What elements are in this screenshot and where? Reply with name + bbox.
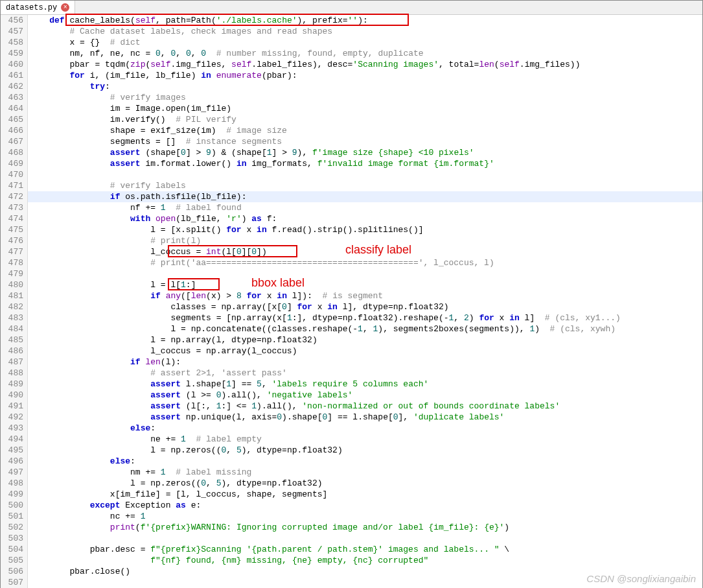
code-line[interactable]: else: [28,423,702,434]
code-line[interactable]: if os.path.isfile(lb_file): [28,191,702,202]
code-line[interactable] [28,268,702,279]
line-number: 471 [1,180,27,191]
line-number: 475 [1,224,27,235]
line-number: 464 [1,103,27,114]
line-number: 497 [1,467,27,478]
code-line[interactable]: except Exception as e: [28,500,702,511]
line-number: 462 [1,81,27,92]
line-number: 486 [1,346,27,357]
line-number: 495 [1,445,27,456]
code-line[interactable]: nm, nf, ne, nc = 0, 0, 0, 0 # number mis… [28,48,702,59]
line-number: 487 [1,357,27,368]
code-area[interactable]: classify label bbox label def cache_labe… [28,15,702,588]
code-line[interactable]: x[im_file] = [l, l_coccus, shape, segmen… [28,489,702,500]
code-line[interactable]: assert (shape[0] > 9) & (shape[1] > 9), … [28,147,702,158]
code-line[interactable]: # Cache dataset labels, check images and… [28,26,702,37]
tab-label: datasets.py [6,3,57,12]
code-line[interactable]: l = np.zeros((0, 5), dtype=np.float32) [28,478,702,489]
code-line[interactable]: f"{nf} found, {nm} missing, {ne} empty, … [28,555,702,566]
code-line[interactable]: ne += 1 # label empty [28,434,702,445]
code-line[interactable]: nc += 1 [28,511,702,522]
line-number: 470 [1,169,27,180]
line-number: 479 [1,268,27,279]
code-line[interactable] [28,533,702,544]
code-line[interactable]: l = np.array(l, dtype=np.float32) [28,335,702,346]
code-line[interactable] [28,169,702,180]
line-number-gutter: 4564574584594604614624634644654664674684… [1,15,28,588]
code-line[interactable]: segments = [] # instance segments [28,136,702,147]
code-line[interactable]: if len(l): [28,357,702,368]
watermark: CSDN @songlixiangaibin [586,573,696,584]
code-line[interactable]: l = np.zeros((0, 5), dtype=np.float32) [28,445,702,456]
code-line[interactable]: assert im.format.lower() in img_formats,… [28,158,702,169]
line-number: 500 [1,500,27,511]
line-number: 499 [1,489,27,500]
line-number: 498 [1,478,27,489]
line-number: 492 [1,412,27,423]
code-line[interactable]: # verify labels [28,180,702,191]
line-number: 503 [1,533,27,544]
code-line[interactable]: # print(l) [28,235,702,246]
code-line[interactable]: print(f'{prefix}WARNING: Ignoring corrup… [28,522,702,533]
code-line[interactable]: segments = [np.array(x[1:], dtype=np.flo… [28,312,702,323]
line-number: 484 [1,323,27,335]
code-line[interactable]: l = np.concatenate((classes.reshape(-1, … [28,323,702,335]
code-line[interactable]: pbar = tqdm(zip(self.img_files, self.lab… [28,59,702,70]
line-number: 456 [1,15,27,26]
close-icon[interactable]: × [61,3,69,12]
line-number: 483 [1,312,27,323]
line-number: 506 [1,566,27,577]
code-line[interactable]: # assert 2>1, 'assert pass' [28,368,702,379]
code-line[interactable]: nf += 1 # label found [28,202,702,213]
line-number: 482 [1,301,27,312]
line-number: 463 [1,92,27,103]
line-number: 460 [1,59,27,70]
code-line[interactable]: im.verify() # PIL verify [28,114,702,125]
code-editor: 4564574584594604614624634644654664674684… [1,15,702,588]
code-line[interactable]: if any([len(x) > 8 for x in l]): # is se… [28,290,702,301]
code-line[interactable]: im = Image.open(im_file) [28,103,702,114]
file-tab[interactable]: datasets.py × [1,1,75,14]
code-line[interactable]: assert l.shape[1] == 5, 'labels require … [28,379,702,390]
line-number: 504 [1,544,27,555]
line-number: 458 [1,37,27,48]
line-number: 480 [1,279,27,290]
line-number: 469 [1,158,27,169]
line-number: 467 [1,136,27,147]
code-line[interactable]: nm += 1 # label missing [28,467,702,478]
line-number: 490 [1,390,27,401]
code-line[interactable]: else: [28,456,702,467]
code-line[interactable]: l_coccus = np.array(l_coccus) [28,346,702,357]
line-number: 507 [1,577,27,588]
line-number: 472 [1,191,27,202]
code-line[interactable]: def cache_labels(self, path=Path('./labe… [28,15,702,26]
line-number: 474 [1,213,27,224]
code-line[interactable]: # verify images [28,92,702,103]
code-line[interactable]: try: [28,81,702,92]
code-line[interactable]: assert (l[:, 1:] <= 1).all(), 'non-norma… [28,401,702,412]
code-line[interactable]: assert np.unique(l, axis=0).shape[0] == … [28,412,702,423]
line-number: 493 [1,423,27,434]
code-line[interactable]: shape = exif_size(im) # image size [28,125,702,136]
code-line[interactable]: with open(lb_file, 'r') as f: [28,213,702,224]
line-number: 465 [1,114,27,125]
code-line[interactable]: l_coccus = int(l[0][0]) [28,246,702,257]
code-line[interactable]: x = {} # dict [28,37,702,48]
line-number: 476 [1,235,27,246]
code-line[interactable]: # print('aa=============================… [28,257,702,268]
line-number: 481 [1,290,27,301]
code-line[interactable]: pbar.desc = f"{prefix}Scanning '{path.pa… [28,544,702,555]
code-line[interactable]: l = [x.split() for x in f.read().strip()… [28,224,702,235]
line-number: 485 [1,335,27,346]
line-number: 466 [1,125,27,136]
line-number: 457 [1,26,27,37]
code-line[interactable]: classes = np.array([x[0] for x in l], dt… [28,301,702,312]
line-number: 478 [1,257,27,268]
line-number: 491 [1,401,27,412]
line-number: 505 [1,555,27,566]
code-line[interactable]: l = l[1:] [28,279,702,290]
code-line[interactable]: for i, (im_file, lb_file) in enumerate(p… [28,70,702,81]
line-number: 501 [1,511,27,522]
code-line[interactable]: assert (l >= 0).all(), 'negative labels' [28,390,702,401]
line-number: 459 [1,48,27,59]
